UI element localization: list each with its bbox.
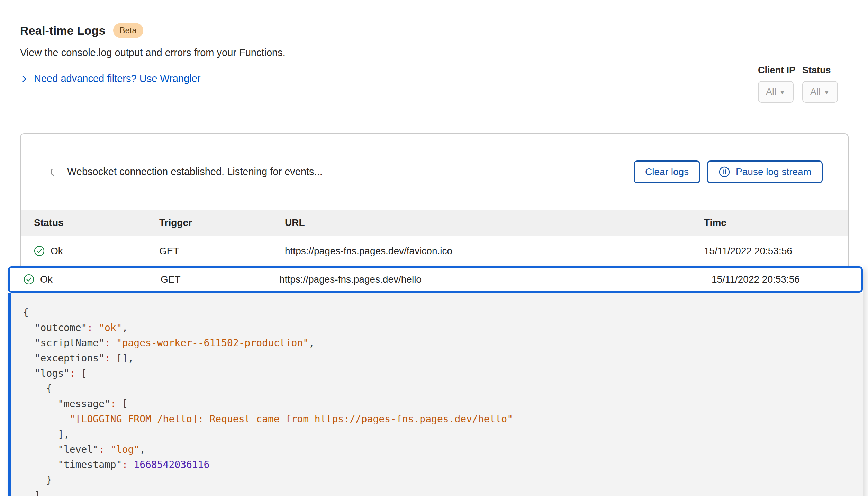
spinner-icon [50, 167, 60, 177]
clear-logs-label: Clear logs [645, 166, 689, 177]
status-filter-dropdown[interactable]: All ▼ [802, 81, 838, 103]
log-table-row-selected[interactable]: Ok GET https://pages-fns.pages.dev/hello… [8, 266, 863, 293]
row-time: 15/11/2022 20:53:56 [704, 246, 834, 257]
websocket-status-text: Websocket connection established. Listen… [67, 166, 323, 177]
row-status-cell: Ok [34, 246, 159, 257]
page-header: Real-time Logs Beta [0, 0, 868, 38]
status-filter: Status All ▼ [802, 65, 838, 103]
log-filters: Client IP All ▼ Status All ▼ [758, 65, 838, 103]
caret-down-icon: ▼ [823, 89, 830, 96]
log-actions: Clear logs Pause log stream [634, 160, 823, 183]
check-circle-icon [24, 274, 34, 285]
check-circle-icon [34, 246, 45, 256]
page-title: Real-time Logs [20, 24, 106, 37]
log-json-viewer: { "outcome": "ok", "scriptName": "pages-… [23, 305, 852, 496]
caret-down-icon: ▼ [779, 89, 786, 96]
column-header-time: Time [704, 217, 834, 228]
client-ip-filter: Client IP All ▼ [758, 65, 795, 103]
pause-circle-icon [718, 166, 730, 178]
row-url: https://pages-fns.pages.dev/hello [279, 274, 712, 285]
column-header-trigger: Trigger [159, 217, 285, 228]
websocket-status-bar: Websocket connection established. Listen… [21, 134, 848, 210]
pause-log-stream-label: Pause log stream [736, 166, 811, 177]
beta-badge: Beta [113, 23, 143, 38]
log-entry-detail: { "outcome": "ok", "scriptName": "pages-… [8, 293, 863, 496]
pause-log-stream-button[interactable]: Pause log stream [707, 160, 823, 183]
realtime-logs-page: Real-time Logs Beta View the console.log… [0, 0, 868, 496]
client-ip-filter-label: Client IP [758, 65, 795, 76]
log-table-row[interactable]: Ok GET https://pages-fns.pages.dev/favic… [21, 236, 848, 266]
row-time: 15/11/2022 20:53:56 [712, 274, 847, 285]
client-ip-filter-dropdown[interactable]: All ▼ [758, 81, 794, 103]
expanded-log-entry: Ok GET https://pages-fns.pages.dev/hello… [8, 266, 863, 496]
row-status-label: Ok [40, 274, 53, 285]
websocket-status: Websocket connection established. Listen… [50, 166, 323, 177]
row-status-label: Ok [51, 246, 63, 257]
status-filter-label: Status [802, 65, 838, 76]
wrangler-filters-link[interactable]: Need advanced filters? Use Wrangler [20, 73, 200, 84]
chevron-right-icon [20, 74, 29, 83]
column-header-url: URL [285, 217, 704, 228]
row-trigger: GET [159, 246, 285, 257]
page-subtitle: View the console.log output and errors f… [20, 47, 868, 58]
row-status-cell: Ok [24, 274, 161, 285]
wrangler-link-label: Need advanced filters? Use Wrangler [34, 73, 200, 84]
row-url: https://pages-fns.pages.dev/favicon.ico [285, 246, 704, 257]
status-filter-value: All [810, 86, 821, 97]
client-ip-filter-value: All [766, 86, 776, 97]
column-header-status: Status [34, 217, 159, 228]
clear-logs-button[interactable]: Clear logs [634, 160, 700, 183]
log-stream-panel: Websocket connection established. Listen… [20, 133, 849, 266]
log-table-header: Status Trigger URL Time [21, 210, 848, 236]
row-trigger: GET [161, 274, 279, 285]
